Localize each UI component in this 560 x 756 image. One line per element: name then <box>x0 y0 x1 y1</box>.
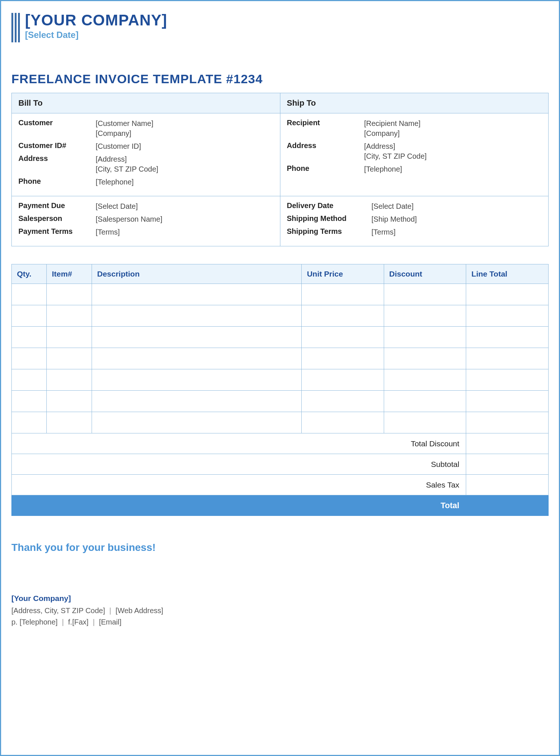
recipient-label: Recipient <box>287 119 364 138</box>
col-line-total: Line Total <box>466 264 549 284</box>
subtotal-row: Subtotal <box>12 454 549 475</box>
subtotal-label: Subtotal <box>12 454 466 475</box>
header: [YOUR COMPANY] [Select Date] <box>11 11 549 42</box>
customer-name[interactable]: [Customer Name] <box>96 119 153 129</box>
line-row[interactable] <box>12 305 549 327</box>
line-row[interactable] <box>12 391 549 412</box>
total-row: Total <box>12 495 549 516</box>
delivery-date[interactable]: [Select Date] <box>372 201 414 211</box>
ship-to-body: Recipient [Recipient Name] [Company] Add… <box>280 113 549 196</box>
header-accent-bars <box>11 11 20 42</box>
customer-company[interactable]: [Company] <box>96 129 153 138</box>
line-row[interactable] <box>12 369 549 391</box>
subtotal-value[interactable] <box>466 454 549 475</box>
footer-address[interactable]: [Address, City, ST ZIP Code] <box>11 606 105 615</box>
customer-id-label: Customer ID# <box>18 141 96 151</box>
thank-you-message: Thank you for your business! <box>11 542 549 553</box>
document-date[interactable]: [Select Date] <box>25 30 167 40</box>
customer-id[interactable]: [Customer ID] <box>96 141 141 151</box>
bill-to-body: Customer [Customer Name] [Company] Custo… <box>12 113 280 196</box>
ship-address-label: Address <box>287 141 364 161</box>
sales-tax-row: Sales Tax <box>12 475 549 495</box>
recipient-company[interactable]: [Company] <box>364 129 421 138</box>
total-discount-row: Total Discount <box>12 433 549 454</box>
footer-web[interactable]: [Web Address] <box>116 606 163 615</box>
salesperson-label: Salesperson <box>18 214 96 224</box>
delivery-date-label: Delivery Date <box>287 201 372 211</box>
col-discount: Discount <box>384 264 466 284</box>
bill-address-1[interactable]: [Address] <box>96 154 158 164</box>
footer-phone[interactable]: [Telephone] <box>20 618 57 626</box>
invoice-page: [YOUR COMPANY] [Select Date] FREELANCE I… <box>0 0 560 756</box>
shipping-method[interactable]: [Ship Method] <box>372 214 417 224</box>
line-row[interactable] <box>12 327 549 348</box>
company-name[interactable]: [YOUR COMPANY] <box>25 11 167 29</box>
footer-email[interactable]: [Email] <box>99 618 121 626</box>
payment-terms[interactable]: [Terms] <box>96 227 120 237</box>
shipping-terms-label: Shipping Terms <box>287 227 372 237</box>
ship-address-1[interactable]: [Address] <box>364 141 427 151</box>
shipping-method-label: Shipping Method <box>287 214 372 224</box>
sales-tax-value[interactable] <box>466 475 549 495</box>
payment-due[interactable]: [Select Date] <box>96 201 138 211</box>
footer-company[interactable]: [Your Company] <box>11 594 549 603</box>
invoice-title: FREELANCE INVOICE TEMPLATE #1234 <box>11 72 549 86</box>
recipient-name[interactable]: [Recipient Name] <box>364 119 421 129</box>
footer: [Your Company] [Address, City, ST ZIP Co… <box>11 594 549 628</box>
payment-terms-label: Payment Terms <box>18 227 96 237</box>
line-row[interactable] <box>12 348 549 369</box>
line-items-table: Qty. Item# Description Unit Price Discou… <box>11 264 549 516</box>
total-label: Total <box>12 495 466 516</box>
customer-info-table: Bill To Ship To Customer [Customer Name]… <box>11 93 549 246</box>
line-row[interactable] <box>12 412 549 433</box>
customer-label: Customer <box>18 119 96 138</box>
total-discount-value[interactable] <box>466 433 549 454</box>
line-header-row: Qty. Item# Description Unit Price Discou… <box>12 264 549 284</box>
line-row[interactable] <box>12 284 549 305</box>
footer-phone-prefix: p. <box>11 618 18 626</box>
ship-to-header: Ship To <box>280 93 549 113</box>
footer-fax-prefix: f. <box>68 618 72 626</box>
payment-body: Payment Due [Select Date] Salesperson [S… <box>12 196 280 246</box>
bill-to-header: Bill To <box>12 93 280 113</box>
sales-tax-label: Sales Tax <box>12 475 466 495</box>
bill-address-label: Address <box>18 154 96 174</box>
footer-fax[interactable]: [Fax] <box>72 618 88 626</box>
bill-phone-label: Phone <box>18 177 96 187</box>
shipping-terms[interactable]: [Terms] <box>372 227 396 237</box>
bill-phone[interactable]: [Telephone] <box>96 177 134 187</box>
col-qty: Qty. <box>12 264 47 284</box>
ship-phone[interactable]: [Telephone] <box>364 164 402 174</box>
salesperson[interactable]: [Salesperson Name] <box>96 214 162 224</box>
ship-phone-label: Phone <box>287 164 364 174</box>
bill-address-2[interactable]: [City, ST ZIP Code] <box>96 164 158 174</box>
total-value[interactable] <box>466 495 549 516</box>
col-price: Unit Price <box>302 264 384 284</box>
col-desc: Description <box>92 264 301 284</box>
ship-address-2[interactable]: [City, ST ZIP Code] <box>364 151 427 161</box>
payment-due-label: Payment Due <box>18 201 96 211</box>
col-item: Item# <box>47 264 92 284</box>
total-discount-label: Total Discount <box>12 433 466 454</box>
delivery-body: Delivery Date [Select Date] Shipping Met… <box>280 196 549 246</box>
